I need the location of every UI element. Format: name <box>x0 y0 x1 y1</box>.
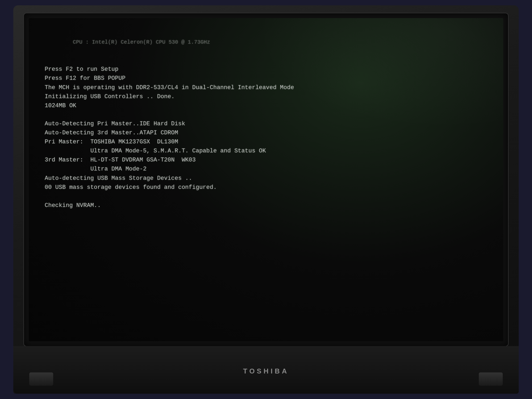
bios-line: Auto-Detecting Pri Master..IDE Hard Disk <box>45 119 487 128</box>
bios-line: Checking NVRAM.. <box>45 201 487 210</box>
screen-bezel: CPU : Intel(R) Celeron(R) CPU 530 @ 1.73… <box>24 13 508 346</box>
bios-line: Auto-detecting USB Mass Storage Devices … <box>45 174 487 183</box>
bios-line: 1024MB OK <box>45 101 487 110</box>
bios-output: CPU : Intel(R) Celeron(R) CPU 530 @ 1.73… <box>45 29 487 56</box>
cpu-line: CPU : Intel(R) Celeron(R) CPU 530 @ 1.73… <box>73 39 210 45</box>
bios-line: Auto-Detecting 3rd Master..ATAPI CDROM <box>45 128 487 138</box>
bios-line: Press F2 to run Setup <box>45 65 487 74</box>
bios-line: Pri Master: TOSHIBA MK1237GSX DL130M <box>45 138 487 147</box>
bios-line: 00 USB mass storage devices found and co… <box>45 183 487 192</box>
bios-line <box>45 56 487 65</box>
bios-lines: Press F2 to run SetupPress F12 for BBS P… <box>45 56 487 210</box>
bios-line: Initializing USB Controllers .. Done. <box>45 92 487 101</box>
hinge-right <box>479 372 503 386</box>
laptop-bottom: TOSHIBA <box>13 346 519 394</box>
bios-line <box>45 110 487 119</box>
hinge-left <box>29 372 53 386</box>
bios-line <box>45 192 487 201</box>
laptop-body: CPU : Intel(R) Celeron(R) CPU 530 @ 1.73… <box>13 5 519 394</box>
bios-line: Ultra DMA Mode-5, S.M.A.R.T. Capable and… <box>45 147 487 156</box>
bios-line: 3rd Master: HL-DT-ST DVDRAM GSA-T20N WK0… <box>45 156 487 165</box>
bios-line: Ultra DMA Mode-2 <box>45 165 487 174</box>
screen: CPU : Intel(R) Celeron(R) CPU 530 @ 1.73… <box>29 18 503 341</box>
bios-line: The MCH is operating with DDR2-533/CL4 i… <box>45 83 487 92</box>
brand-label: TOSHIBA <box>243 367 289 375</box>
bios-line: Press F12 for BBS POPUP <box>45 74 487 83</box>
